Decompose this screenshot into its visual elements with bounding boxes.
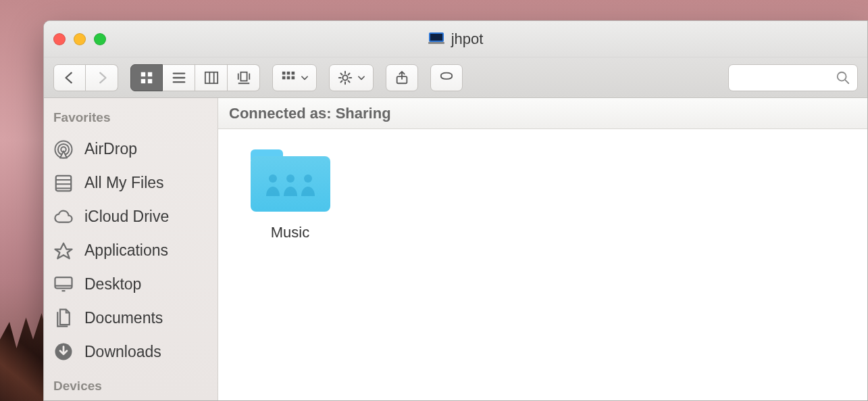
chevron-down-icon [357, 73, 366, 82]
list-view-button[interactable] [163, 64, 195, 91]
icon-view-button[interactable] [130, 64, 163, 91]
svg-rect-9 [282, 71, 286, 74]
airdrop-icon [53, 139, 74, 160]
svg-rect-5 [141, 78, 145, 82]
svg-point-15 [342, 75, 347, 80]
sidebar-item-downloads[interactable]: Downloads [49, 335, 212, 368]
connection-status-text: Connected as: Sharing [229, 105, 391, 122]
sidebar-item-desktop[interactable]: Desktop [49, 268, 212, 300]
back-button[interactable] [53, 64, 86, 91]
svg-rect-11 [292, 71, 295, 74]
sidebar-item-applications[interactable]: Applications [49, 235, 212, 267]
svg-point-26 [304, 174, 312, 183]
share-button[interactable] [386, 64, 418, 91]
svg-rect-8 [240, 72, 247, 80]
finder-window: jhpot [43, 20, 868, 401]
shared-folder-icon [251, 149, 330, 212]
connection-status-bar: Connected as: Sharing [218, 98, 867, 129]
sidebar-item-documents[interactable]: Documents [49, 302, 212, 334]
svg-rect-7 [205, 72, 217, 83]
sidebar-section-header: Devices [49, 379, 212, 400]
tags-button[interactable] [430, 64, 463, 91]
sidebar-item-icloud[interactable]: iCloud Drive [49, 201, 212, 233]
svg-point-24 [269, 174, 277, 183]
sidebar-item-label: Documents [84, 309, 163, 327]
sidebar-item-label: Desktop [84, 275, 141, 293]
action-button[interactable] [329, 64, 374, 91]
desktop-icon [53, 274, 74, 294]
svg-rect-4 [148, 72, 152, 76]
svg-rect-2 [428, 42, 444, 44]
svg-rect-14 [292, 76, 295, 79]
window-zoom-button[interactable] [94, 33, 106, 45]
title-computer-icon [428, 30, 444, 48]
view-mode-buttons [130, 64, 260, 91]
downloads-icon [53, 341, 74, 362]
search-icon [836, 70, 850, 85]
arrange-button[interactable] [272, 64, 317, 91]
sidebar-item-label: Applications [84, 241, 168, 260]
documents-icon [53, 308, 74, 328]
toolbar [44, 57, 867, 98]
svg-rect-0 [429, 32, 444, 42]
window-title: jhpot [451, 30, 484, 48]
column-view-button[interactable] [195, 64, 228, 91]
folder-item-music[interactable]: Music [234, 149, 346, 241]
share-icon [393, 70, 411, 85]
svg-point-17 [838, 72, 846, 80]
sidebar-item-label: iCloud Drive [84, 208, 169, 226]
applications-icon [53, 241, 74, 261]
svg-point-25 [286, 174, 295, 183]
sidebar-item-all-my-files[interactable]: All My Files [49, 167, 212, 199]
gear-icon [336, 70, 354, 85]
svg-rect-13 [287, 76, 290, 79]
titlebar[interactable]: jhpot [44, 21, 867, 57]
svg-rect-12 [282, 76, 286, 79]
coverflow-view-button[interactable] [228, 64, 260, 91]
sidebar-section-header: Favorites [49, 110, 212, 132]
window-close-button[interactable] [53, 33, 66, 45]
sidebar: Favorites AirDrop All My Files iCloud Dr… [44, 98, 218, 400]
sidebar-item-label: All My Files [84, 174, 164, 192]
all-my-files-icon [53, 173, 74, 193]
sidebar-item-airdrop[interactable]: AirDrop [49, 133, 212, 166]
sidebar-item-label: AirDrop [84, 140, 137, 158]
icloud-icon [53, 207, 74, 227]
chevron-down-icon [300, 73, 309, 82]
search-field[interactable] [728, 64, 858, 91]
forward-button[interactable] [86, 64, 118, 91]
window-minimize-button[interactable] [74, 33, 86, 45]
nav-buttons [53, 64, 118, 91]
svg-rect-10 [287, 71, 290, 74]
tag-icon [438, 70, 455, 85]
svg-rect-3 [141, 72, 145, 76]
svg-rect-22 [55, 277, 72, 288]
sidebar-item-label: Downloads [84, 343, 161, 361]
svg-rect-1 [430, 34, 442, 41]
svg-rect-6 [148, 78, 152, 82]
main-area: Connected as: Sharing Music [218, 98, 867, 400]
folder-label: Music [271, 224, 309, 241]
icon-view-area[interactable]: Music [218, 129, 867, 400]
